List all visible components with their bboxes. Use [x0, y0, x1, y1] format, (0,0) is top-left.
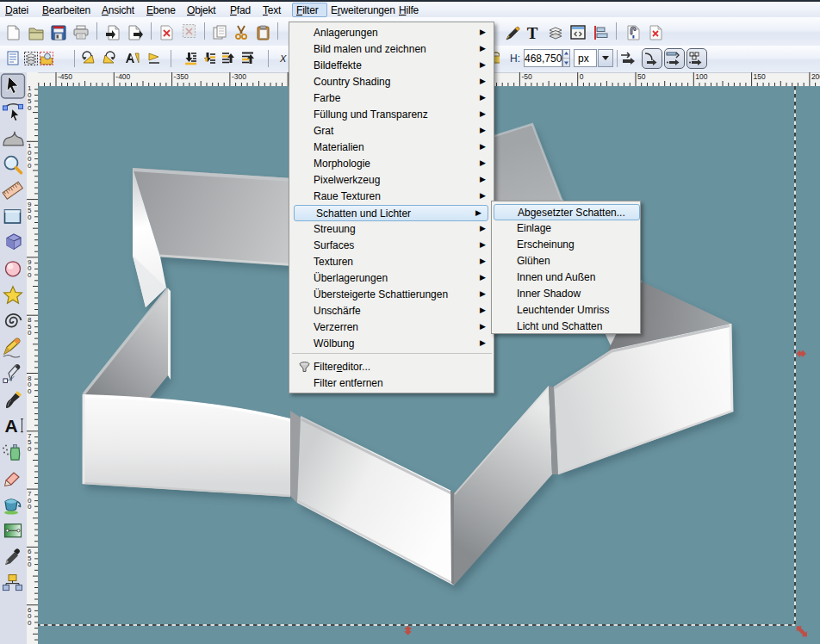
svg-text:-50: -50 — [521, 72, 532, 81]
svg-text:-400: -400 — [115, 72, 130, 81]
svg-text:-300: -300 — [232, 72, 246, 81]
svg-text:0: 0 — [28, 387, 32, 395]
svg-text:-350: -350 — [174, 72, 189, 81]
svg-text:0: 0 — [28, 619, 32, 627]
svg-text:T: T — [527, 24, 538, 42]
svg-text:100: 100 — [695, 72, 707, 81]
svg-text:0: 0 — [28, 214, 32, 221]
svg-text:0: 0 — [28, 445, 32, 453]
svg-text:200: 200 — [811, 72, 820, 81]
svg-text:0: 0 — [28, 162, 32, 170]
svg-text:0: 0 — [580, 72, 584, 81]
svg-text:X: X — [279, 53, 287, 64]
svg-text:0: 0 — [28, 271, 32, 279]
svg-text:0: 0 — [28, 329, 32, 337]
svg-text:0: 0 — [28, 560, 32, 568]
svg-text:150: 150 — [754, 72, 766, 81]
svg-text:-450: -450 — [58, 72, 72, 81]
svg-text:A: A — [4, 416, 17, 436]
svg-text:0: 0 — [28, 104, 32, 112]
svg-text:50: 50 — [637, 72, 646, 81]
svg-text:0: 0 — [28, 503, 32, 511]
